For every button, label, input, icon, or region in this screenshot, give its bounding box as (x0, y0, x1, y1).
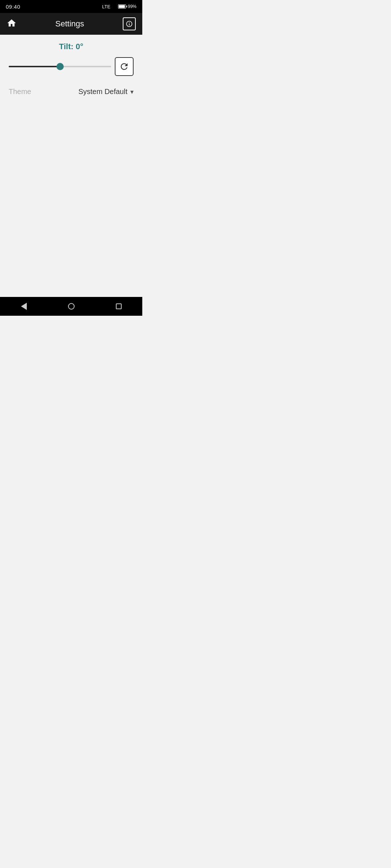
slider-thumb[interactable] (56, 63, 64, 70)
tilt-label: Tilt: 0° (9, 42, 134, 51)
bottom-nav (0, 297, 142, 316)
page-title: Settings (55, 19, 84, 29)
info-button[interactable] (123, 17, 136, 30)
lte-label: LTE (102, 4, 110, 9)
home-circle-icon (68, 303, 75, 310)
home-icon[interactable] (7, 18, 17, 30)
status-bar: 09:40 LTE 99% (0, 0, 142, 13)
tilt-slider[interactable] (9, 66, 111, 67)
theme-value: System Default (78, 88, 127, 96)
status-time: 09:40 (6, 4, 20, 10)
nav-recent-button[interactable] (108, 299, 130, 314)
battery-percent: 99% (128, 4, 136, 9)
content-area: Tilt: 0° Theme System Default ▾ (0, 35, 142, 101)
slider-track (9, 66, 111, 67)
battery-icon (118, 4, 126, 9)
nav-home-button[interactable] (60, 299, 82, 314)
signal-icon-1 (112, 4, 113, 9)
app-bar: Settings (0, 13, 142, 35)
slider-fill (9, 66, 60, 67)
nav-back-button[interactable] (13, 299, 35, 314)
theme-label: Theme (9, 88, 31, 96)
chevron-down-icon: ▾ (130, 88, 134, 96)
recent-icon (116, 303, 122, 309)
theme-row: Theme System Default ▾ (9, 82, 134, 101)
back-icon (21, 303, 27, 310)
status-icons: LTE 99% (102, 4, 136, 9)
theme-dropdown[interactable]: System Default ▾ (78, 88, 134, 96)
reset-button[interactable] (115, 57, 134, 76)
slider-row (9, 57, 134, 76)
signal-icon-2 (115, 4, 116, 9)
